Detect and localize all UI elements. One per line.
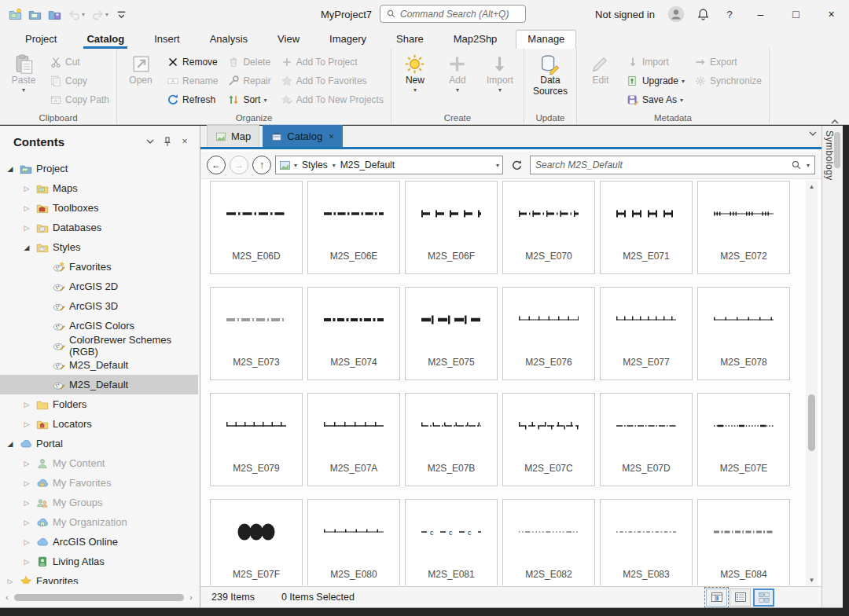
notifications-icon[interactable]: [689, 0, 716, 28]
ribbon-tab-view[interactable]: View: [266, 31, 311, 49]
tree-item-portal[interactable]: ◢Portal: [0, 434, 198, 453]
synchronize-button[interactable]: Synchronize: [690, 72, 766, 90]
cut-button[interactable]: Cut: [46, 53, 113, 72]
expand-icon[interactable]: ▷: [21, 224, 32, 232]
tree-item-databases[interactable]: ▷Databases: [0, 218, 198, 237]
export-button[interactable]: Export: [690, 53, 766, 72]
scroll-up-icon[interactable]: ▴: [810, 181, 814, 192]
style-tile-m2s-e082[interactable]: M2S_E082: [502, 499, 595, 585]
style-tile-m2s-e075[interactable]: M2S_E075: [405, 287, 498, 380]
tree-item-arcgis-online[interactable]: ▷ArcGIS Online: [0, 532, 198, 552]
style-tile-m2s-e084[interactable]: M2S_E084: [697, 499, 790, 585]
ribbon-tab-catalog[interactable]: Catalog: [75, 31, 135, 49]
view-tab-map[interactable]: Map: [207, 125, 259, 147]
breadcrumb-location[interactable]: M2S_Default: [339, 160, 493, 170]
tree-item-living-atlas[interactable]: ▷Living Atlas: [0, 552, 198, 571]
collapse-icon[interactable]: ◢: [5, 440, 16, 448]
tree-item-locators[interactable]: ▷Locators: [0, 414, 198, 434]
ribbon-tab-project[interactable]: Project: [14, 31, 68, 49]
help-icon[interactable]: ?: [716, 0, 743, 28]
style-tile-m2s-e073[interactable]: M2S_E073: [210, 287, 303, 380]
tree-item-my-favorites[interactable]: ▷My Favorites: [0, 473, 198, 493]
tree-item-m2s-default[interactable]: M2S_Default: [0, 355, 198, 375]
expand-icon[interactable]: ▷: [21, 401, 32, 409]
scroll-left-icon[interactable]: ‹: [2, 593, 13, 602]
edit-button[interactable]: Edit: [580, 50, 621, 86]
panel-menu-chevron-icon[interactable]: [142, 133, 159, 150]
paste-button[interactable]: Paste▾: [3, 50, 44, 94]
back-button[interactable]: ←: [207, 156, 226, 174]
rename-button[interactable]: ARename: [163, 72, 222, 90]
add-to-project-button[interactable]: Add To Project: [277, 53, 388, 72]
minimize-button[interactable]: –: [743, 0, 778, 28]
style-tile-m2s-e07a[interactable]: M2S_E07A: [307, 393, 400, 486]
style-tile-m2s-e079[interactable]: M2S_E079: [210, 393, 303, 486]
dock-scrollbar-thumb[interactable]: [834, 132, 840, 168]
close-button[interactable]: ×: [814, 0, 849, 28]
tree-item-favorites[interactable]: Favorites: [0, 257, 198, 277]
combo-dropdown-icon[interactable]: ▾: [496, 162, 499, 169]
upgrade-button[interactable]: Upgrade▾: [623, 72, 689, 90]
redo-button[interactable]: ▾: [89, 6, 111, 23]
copy-path-button[interactable]: wCopy Path: [46, 90, 113, 109]
add-to-favorites-button[interactable]: Add To Favorites: [277, 72, 388, 90]
style-tile-m2s-e078[interactable]: M2S_E078: [697, 287, 790, 380]
close-tab-icon[interactable]: ×: [329, 131, 334, 142]
tree-item-arcgis-3d[interactable]: ArcGIS 3D: [0, 296, 198, 316]
up-button[interactable]: ↑: [252, 156, 271, 174]
add-to-new-projects-button[interactable]: Add To New Projects: [277, 90, 388, 109]
pin-icon[interactable]: [159, 133, 176, 150]
command-search-input[interactable]: Command Search (Alt+Q): [380, 5, 526, 23]
expand-icon[interactable]: ▷: [21, 519, 32, 526]
tree-item-arcgis-colors[interactable]: ArcGIS Colors: [0, 316, 198, 336]
tree-item-m2s-default[interactable]: M2S_Default: [0, 375, 198, 394]
style-tile-m2s-e07e[interactable]: M2S_E07E: [697, 393, 790, 486]
details-view-button[interactable]: [706, 588, 727, 607]
copy-button[interactable]: Copy: [46, 72, 113, 90]
refresh-view-button[interactable]: [507, 156, 526, 174]
expand-icon[interactable]: ▷: [21, 538, 32, 546]
open-button[interactable]: Open: [120, 50, 161, 86]
style-tile-m2s-e081[interactable]: cccM2S_E081: [405, 499, 498, 585]
style-tile-m2s-e080[interactable]: M2S_E080: [307, 499, 400, 585]
expand-icon[interactable]: ▷: [5, 578, 16, 585]
style-tile-m2s-e071[interactable]: M2S_E071: [600, 181, 693, 274]
view-tab-catalog[interactable]: Catalog×: [263, 125, 343, 147]
collapse-icon[interactable]: ◢: [5, 165, 16, 173]
import-button[interactable]: Import▾: [480, 50, 520, 94]
contents-horizontal-scrollbar[interactable]: ‹ ›: [2, 592, 197, 603]
data-sources-button[interactable]: Data Sources: [527, 50, 573, 97]
expand-icon[interactable]: ▷: [21, 479, 32, 487]
style-tile-m2s-e07f[interactable]: M2S_E07F: [210, 499, 303, 585]
expand-icon[interactable]: ▷: [21, 420, 32, 428]
signin-status[interactable]: Not signed in: [595, 9, 655, 20]
ribbon-tab-manage[interactable]: Manage: [516, 30, 576, 49]
save-as-button[interactable]: Save As▾: [623, 90, 689, 109]
scroll-right-icon[interactable]: ›: [186, 593, 197, 602]
import-button[interactable]: Import: [623, 53, 689, 72]
add-button[interactable]: Add▾: [437, 50, 478, 94]
style-tile-m2s-e076[interactable]: M2S_E076: [502, 287, 595, 380]
tree-item-styles[interactable]: ◢Styles: [0, 237, 198, 257]
ribbon-tab-map2shp[interactable]: Map2Shp: [443, 31, 509, 49]
tree-item-my-groups[interactable]: ▷My Groups: [0, 493, 198, 512]
style-tile-m2s-e070[interactable]: M2S_E070: [502, 181, 595, 274]
breadcrumb-styles[interactable]: Styles: [300, 160, 329, 170]
repair-button[interactable]: Repair: [223, 72, 274, 90]
location-breadcrumb[interactable]: ▾ Styles ▾ M2S_Default ▾: [275, 156, 503, 174]
tree-item-project[interactable]: ◢Project: [0, 159, 198, 178]
tree-item-toolboxes[interactable]: ▷Toolboxes: [0, 198, 198, 218]
forward-button[interactable]: →: [230, 156, 248, 174]
style-tile-m2s-e07b[interactable]: M2S_E07B: [405, 393, 498, 486]
collapse-icon[interactable]: ◢: [21, 244, 32, 251]
style-tile-m2s-e06d[interactable]: M2S_E06D: [210, 181, 303, 274]
style-tile-m2s-e07c[interactable]: M2S_E07C: [502, 393, 595, 486]
style-tile-m2s-e074[interactable]: M2S_E074: [307, 287, 400, 380]
style-tile-m2s-e083[interactable]: M2S_E083: [600, 499, 693, 585]
scroll-down-icon[interactable]: ▾: [810, 574, 814, 585]
expand-icon[interactable]: ▷: [21, 460, 32, 468]
tiles-vertical-scrollbar[interactable]: ▴ ▾: [806, 181, 818, 585]
remove-button[interactable]: Remove: [163, 53, 222, 72]
list-view-button[interactable]: [730, 588, 751, 607]
scrollbar-thumb[interactable]: [808, 394, 815, 451]
